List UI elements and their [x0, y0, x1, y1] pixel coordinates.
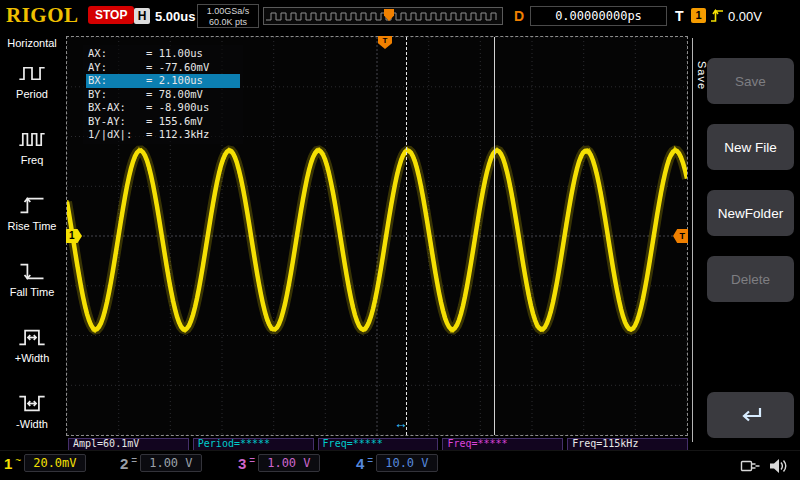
cursor-row-invdx: 1/|dX|:= 112.3kHz — [86, 128, 240, 142]
sidebar-item-freq[interactable]: Freq — [0, 120, 64, 186]
coupling-icon: = — [131, 455, 137, 466]
trigger-level-value: 0.00V — [728, 9, 762, 24]
brand-logo: RIGOL — [6, 3, 79, 28]
top-bar: RIGOL STOP H 5.00us 1.00GSa/s 60.0K pts … — [0, 0, 800, 32]
sample-rate: 1.00GSa/s — [198, 6, 258, 17]
trigger-label: T — [675, 8, 684, 24]
sidebar-item-label: -Width — [0, 418, 64, 430]
memory-depth: 60.0K pts — [198, 17, 258, 28]
sidebar-item-label: Period — [0, 88, 64, 100]
speaker-icon[interactable] — [767, 455, 789, 477]
menu-button-save[interactable]: Save — [707, 58, 794, 104]
channel-scale: 1.00 V — [258, 454, 319, 472]
menu-divider — [692, 38, 693, 442]
sidebar-item-nwidth[interactable]: -Width — [0, 384, 64, 450]
bottom-bar: 1~20.0mV2=1.00 V3=1.00 V4=10.0 V — [0, 450, 800, 480]
trigger-slope-icon — [710, 8, 724, 24]
cursor-row-by: BY:= 78.00mV — [86, 88, 240, 102]
left-sidebar: Horizontal PeriodFreqRise TimeFall Time+… — [0, 32, 64, 450]
oscilloscope-ui: RIGOL STOP H 5.00us 1.00GSa/s 60.0K pts … — [0, 0, 800, 480]
return-icon — [736, 405, 766, 425]
fall_time-icon — [17, 260, 47, 283]
run-state-badge[interactable]: STOP — [88, 6, 134, 24]
coupling-icon: ~ — [15, 455, 21, 466]
nwidth-icon — [17, 392, 47, 415]
rise_time-icon — [17, 194, 47, 217]
menu-button-delete[interactable]: Delete — [707, 256, 794, 302]
channel-number: 2 — [120, 455, 128, 472]
channel-scale: 1.00 V — [140, 454, 201, 472]
delay-value: 0.00000000ps — [530, 6, 667, 26]
timebase-value: 5.00us — [155, 9, 195, 24]
delay-label: D — [514, 8, 524, 24]
sidebar-item-label: Rise Time — [0, 220, 64, 232]
usb-icon — [740, 457, 762, 475]
cursor-drag-icon: ↔ — [394, 415, 408, 431]
sidebar-item-fall_time[interactable]: Fall Time — [0, 252, 64, 318]
channel-number: 4 — [356, 455, 364, 472]
acquisition-info-box: 1.00GSa/s 60.0K pts — [197, 4, 259, 28]
sidebar-item-label: +Width — [0, 352, 64, 364]
menu-button-back[interactable] — [707, 392, 794, 438]
menu-tab-save: Save — [694, 46, 708, 106]
channel-3-status[interactable]: 3=1.00 V — [238, 454, 320, 472]
period-icon — [17, 62, 47, 85]
cursor-a-line[interactable] — [406, 37, 407, 435]
channel-number: 3 — [238, 455, 246, 472]
cursor-row-byay: BY-AY:= 155.6mV — [86, 115, 240, 129]
cursor-row-bxax: BX-AX:= -8.900us — [86, 101, 240, 115]
channel-scale: 10.0 V — [376, 454, 437, 472]
cursor-readout-panel: AX:= 11.00usAY:= -77.60mVBX:= 2.100usBY:… — [83, 45, 243, 144]
channel-4-status[interactable]: 4=10.0 V — [356, 454, 438, 472]
channel-2-status[interactable]: 2=1.00 V — [120, 454, 202, 472]
channel-1-status[interactable]: 1~20.0mV — [4, 454, 86, 472]
trigger-source-badge: 1 — [691, 8, 706, 23]
sidebar-items: PeriodFreqRise TimeFall Time+Width-Width — [0, 54, 64, 450]
cursor-row-ax: AX:= 11.00us — [86, 47, 240, 61]
coupling-icon: = — [367, 455, 373, 466]
channel-number: 1 — [4, 455, 12, 472]
menu-button-new-file[interactable]: New File — [707, 124, 794, 170]
horizontal-position-strip[interactable] — [263, 7, 503, 25]
sidebar-item-label: Freq — [0, 154, 64, 166]
sidebar-item-pwidth[interactable]: +Width — [0, 318, 64, 384]
cursor-row-ay: AY:= -77.60mV — [86, 61, 240, 75]
cursor-b-line[interactable] — [494, 37, 495, 435]
pwidth-icon — [17, 326, 47, 349]
menu-button-new-folder[interactable]: NewFolder — [707, 190, 794, 236]
memory-waveform-preview — [264, 8, 502, 24]
cursor-row-bx: BX:= 2.100us — [86, 74, 240, 88]
sidebar-item-rise_time[interactable]: Rise Time — [0, 186, 64, 252]
channel-scale: 20.0mV — [24, 454, 85, 472]
coupling-icon: = — [249, 455, 255, 466]
display-area: ↔ T 1 T AX:= 11.00usAY:= -77.60mVBX:= 2.… — [66, 36, 688, 436]
sidebar-item-label: Fall Time — [0, 286, 64, 298]
horizontal-chip: H — [134, 8, 150, 24]
sidebar-title[interactable]: Horizontal — [0, 32, 64, 49]
right-menu: Save SaveNew FileNewFolderDelete — [692, 32, 800, 450]
freq-icon — [17, 128, 47, 151]
sidebar-item-period[interactable]: Period — [0, 54, 64, 120]
